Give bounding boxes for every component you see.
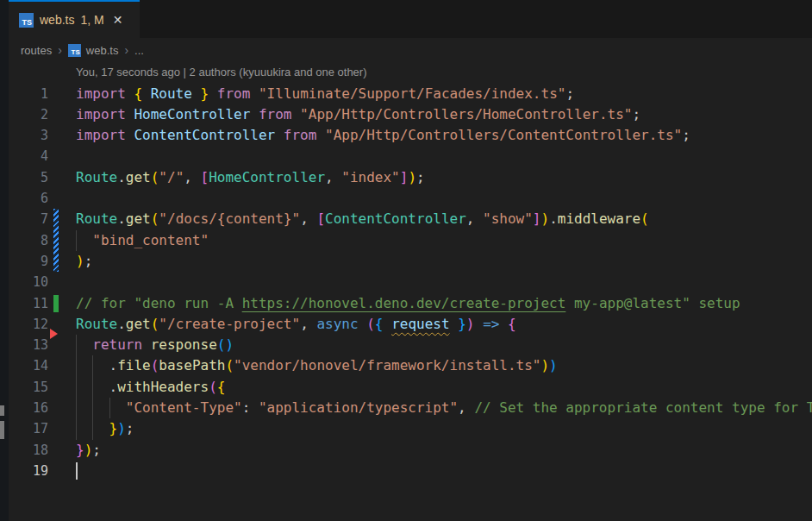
line-number: 11 (9, 293, 48, 314)
breadcrumb-item-web-ts[interactable]: web.ts (86, 44, 119, 57)
line-number: 6 (9, 188, 48, 209)
code-token: ; (416, 169, 425, 185)
code-token: ) (225, 336, 234, 353)
vscode-window: 1import { Route } from "Illuminate/Suppo… (0, 0, 812, 521)
git-added-gutter-indicator[interactable] (53, 295, 59, 312)
code-token: . (117, 210, 126, 227)
code-line[interactable]: 10 (9, 272, 812, 292)
code-token: "/create-project" (159, 316, 300, 332)
code-line[interactable]: 15 .withHeaders({ (9, 377, 812, 398)
code-token (291, 106, 300, 122)
scrollbar-fragment[interactable] (0, 405, 4, 416)
code-line[interactable]: 16 "Content-Type": "application/typescri… (9, 398, 812, 418)
code-token: : (242, 399, 259, 416)
code-token: "App/Http/Controllers/ContentController.… (325, 127, 682, 143)
breadcrumb-item-routes[interactable]: routes (21, 44, 52, 57)
code-text: "Content-Type": "application/typescript"… (76, 398, 812, 418)
code-token: ) (117, 420, 126, 436)
code-token: // Set the appropriate content type for … (474, 399, 812, 416)
tab-web-ts[interactable]: TS web.ts 1, M ✕ (9, 0, 140, 38)
code-token: from (259, 106, 292, 122)
code-token: from (284, 127, 317, 143)
line-number: 17 (9, 418, 48, 439)
code-token: } (201, 85, 209, 102)
code-token: ContentController (134, 127, 275, 143)
tab-filename: web.ts (40, 13, 74, 27)
code-line[interactable]: 17 }); (9, 418, 812, 439)
line-number: 15 (9, 377, 48, 398)
line-number: 1 (9, 84, 48, 104)
code-token: { (134, 85, 142, 102)
code-line[interactable]: 2import HomeController from "App/Http/Co… (9, 104, 812, 125)
code-token: "index" (341, 169, 399, 185)
tab-bar: TS web.ts 1, M ✕ (9, 0, 812, 38)
code-token: "/" (159, 169, 184, 185)
code-line[interactable]: 12Route.get("/create-project", async ({ … (9, 314, 812, 335)
line-number: 8 (9, 230, 48, 251)
line-number: 14 (9, 355, 48, 376)
code-line[interactable]: 7Route.get("/docs/{content}", [ContentCo… (9, 209, 812, 229)
code-token: . (117, 316, 126, 332)
code-line[interactable]: 11// for "deno run -A https://honovel.de… (9, 293, 812, 314)
code-token: ( (640, 210, 649, 227)
code-token: ; (682, 127, 690, 143)
code-text: import { Route } from "Illuminate/Suppor… (76, 84, 574, 104)
code-text: Route.get("/docs/{content}", [ContentCon… (76, 209, 649, 229)
chevron-right-icon: › (124, 43, 128, 57)
chevron-right-icon: › (58, 43, 62, 57)
code-line[interactable]: 8 "bind_content" (9, 230, 812, 251)
code-token (126, 106, 134, 122)
code-token: middleware (558, 210, 640, 227)
code-token: ] (533, 210, 541, 227)
code-line[interactable]: 1import { Route } from "Illuminate/Suppo… (9, 84, 812, 104)
code-token: . (109, 379, 118, 395)
git-deleted-gutter-triangle-icon[interactable] (50, 329, 58, 339)
code-token: , (300, 210, 316, 227)
code-token: , (184, 169, 200, 185)
scrollbar-fragment[interactable] (0, 421, 4, 439)
code-token (142, 85, 151, 102)
code-token: ] (400, 169, 409, 185)
code-line[interactable]: 3import ContentController from "App/Http… (9, 125, 812, 146)
code-text: return response() (76, 335, 234, 355)
code-token (126, 85, 134, 102)
code-token: "Illuminate/Support/Facades/index.ts" (259, 85, 565, 102)
code-token: from (217, 85, 251, 102)
line-number: 12 (9, 314, 48, 335)
code-token: get (126, 316, 151, 332)
code-token: get (126, 169, 151, 185)
code-token: ) (549, 357, 558, 373)
code-token: => (483, 316, 499, 332)
code-line[interactable]: 18}); (9, 440, 812, 461)
code-token: . (109, 357, 118, 373)
code-line[interactable]: 13 return response() (9, 335, 812, 355)
code-line[interactable]: 5Route.get("/", [HomeController, "index"… (9, 167, 812, 188)
git-modified-gutter-indicator[interactable] (53, 209, 59, 272)
code-line[interactable]: 4 (9, 146, 812, 166)
code-token (250, 85, 259, 102)
tab-git-status-badge: 1, M (80, 13, 103, 27)
code-token: ( (151, 357, 159, 373)
line-number: 13 (9, 335, 48, 355)
code-token (142, 336, 151, 353)
git-blame-annotation: You, 17 seconds ago | 2 authors (kyuuuki… (76, 66, 367, 81)
code-token: return (92, 336, 142, 353)
code-token: ( (217, 336, 226, 353)
code-token: ( (225, 357, 234, 373)
code-token: "vendor/honovel/framework/install.ts" (234, 357, 540, 373)
code-line[interactable]: 6 (9, 188, 812, 209)
code-token: ) (540, 357, 549, 373)
tab-close-icon[interactable]: ✕ (113, 13, 123, 27)
breadcrumb-item-collapsed[interactable]: ... (134, 44, 144, 57)
code-text: import HomeController from "App/Http/Con… (76, 104, 640, 125)
code-token: } (76, 442, 84, 458)
code-token (250, 106, 259, 122)
code-text: import ContentController from "App/Http/… (76, 125, 690, 146)
code-line[interactable]: 19 (9, 461, 812, 481)
code-line[interactable]: 14 .file(basePath("vendor/honovel/framew… (9, 355, 812, 376)
comment-link[interactable]: https://honovel.deno.dev/create-project (242, 295, 566, 311)
code-token: withHeaders (117, 379, 209, 395)
code-line[interactable]: 9); (9, 251, 812, 272)
code-token: my-app@latest" setup (565, 295, 740, 311)
code-token: Route (151, 85, 192, 102)
